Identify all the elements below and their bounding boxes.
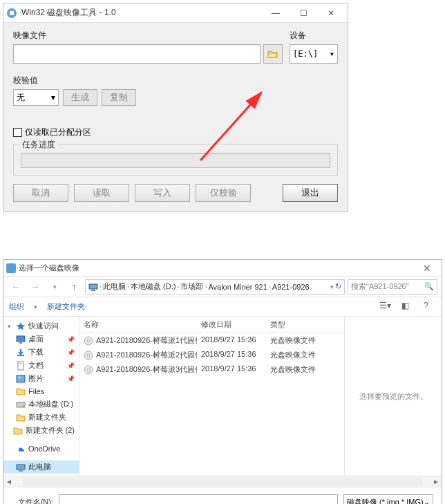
minimize-button[interactable]: — <box>262 5 290 21</box>
sidebar-item[interactable]: 桌面📌 <box>3 333 79 346</box>
breadcrumb-dropdown[interactable]: ▾ <box>330 283 334 290</box>
chevron-down-icon: ▾ <box>330 49 334 59</box>
sidebar: ▾快速访问 桌面📌 下载📌 文档📌 图片📌 Files 本地磁盘 (D:) 新建… <box>3 317 79 476</box>
breadcrumb-item[interactable]: 市场部 <box>180 281 203 292</box>
write-button[interactable]: 写入 <box>135 184 190 202</box>
breadcrumb-item[interactable]: Avalon Miner 921 <box>208 283 267 291</box>
filter-value: 磁盘映像 (*.img *.IMG) <box>347 497 424 505</box>
sidebar-item-label: Files <box>28 387 44 395</box>
sidebar-item-label: 文档 <box>28 360 44 371</box>
sidebar-item-label: U 盘 (E:) <box>28 475 58 476</box>
generate-button[interactable]: 生成 <box>63 89 97 106</box>
column-name[interactable]: 名称 <box>79 317 197 333</box>
column-date[interactable]: 修改日期 <box>197 317 266 333</box>
close-button[interactable]: ✕ <box>317 5 345 21</box>
chevron-down-icon: ⌄ <box>424 498 430 505</box>
disk-imager-window: ⇔ Win32 磁盘映像工具 - 1.0 — ☐ ✕ 映像文件 设备 <box>3 3 348 212</box>
read-only-allocated-checkbox[interactable] <box>13 128 22 137</box>
refresh-icon[interactable]: ↻ <box>335 282 341 291</box>
sidebar-item[interactable]: OneDrive <box>3 442 79 455</box>
search-placeholder: 搜索"A921-0926" <box>351 281 409 292</box>
sidebar-item-label: OneDrive <box>28 445 60 453</box>
file-date: 2018/9/27 15:36 <box>197 333 266 348</box>
dialog-titlebar: 选择一个磁盘映像 ✕ <box>3 260 442 277</box>
nav-up-button[interactable]: ↑ <box>66 279 82 295</box>
read-button[interactable]: 读取 <box>74 184 129 202</box>
device-label: 设备 <box>290 30 338 41</box>
search-input[interactable]: 搜索"A921-0926" 🔍 <box>348 279 437 295</box>
verify-button[interactable]: 仅校验 <box>196 184 251 202</box>
breadcrumb[interactable]: › 此电脑› 本地磁盘 (D:)› 市场部› Avalon Miner 921›… <box>85 279 345 295</box>
pc-icon <box>88 282 98 292</box>
horizontal-scrollbar[interactable]: ◄► <box>3 476 442 487</box>
sidebar-item[interactable]: 此电脑 <box>3 460 79 474</box>
view-options-button[interactable]: ☰▾ <box>379 301 392 313</box>
help-button[interactable]: ? <box>424 301 436 313</box>
nav-recent-button[interactable]: ▾ <box>46 279 63 295</box>
search-icon: 🔍 <box>424 282 434 291</box>
new-folder-button[interactable]: 新建文件夹 <box>47 301 85 312</box>
sidebar-item-label: 快速访问 <box>28 321 59 331</box>
svg-point-24 <box>87 368 90 371</box>
copy-button[interactable]: 复制 <box>102 89 136 106</box>
filename-input[interactable] <box>59 494 338 504</box>
nav-forward-button[interactable]: → <box>27 279 44 295</box>
disc-image-icon <box>84 365 93 375</box>
sidebar-item[interactable]: ▾快速访问 <box>3 319 79 333</box>
chevron-down-icon: ▾ <box>51 93 55 102</box>
svg-rect-3 <box>89 284 97 289</box>
sidebar-item[interactable]: 新建文件夹 (2) <box>3 424 79 437</box>
device-combo[interactable]: [E:\] ▾ <box>290 44 338 64</box>
maximize-button[interactable]: ☐ <box>290 5 317 21</box>
file-filter-combo[interactable]: 磁盘映像 (*.img *.IMG) ⌄ <box>343 494 433 504</box>
disc-image-icon <box>84 351 93 360</box>
svg-rect-14 <box>19 470 23 472</box>
column-type[interactable]: 类型 <box>266 317 321 333</box>
app-icon <box>6 8 17 19</box>
file-type: 光盘映像文件 <box>266 362 321 377</box>
sidebar-item[interactable]: 下载📌 <box>3 346 79 359</box>
breadcrumb-item[interactable]: 此电脑 <box>103 281 126 292</box>
progress-bar <box>21 153 330 168</box>
device-value: [E:\] <box>293 49 318 59</box>
sidebar-item[interactable]: 本地磁盘 (D:) <box>3 398 79 411</box>
file-date: 2018/9/27 15:36 <box>197 362 266 377</box>
sidebar-item[interactable]: Files <box>3 385 79 398</box>
exit-button[interactable]: 退出 <box>283 184 338 202</box>
sidebar-item[interactable]: 新建文件夹 <box>3 411 79 424</box>
disc-image-icon <box>84 336 93 346</box>
preview-pane: 选择要预览的文件。 <box>345 317 442 476</box>
file-type: 光盘映像文件 <box>266 348 321 362</box>
browse-button[interactable] <box>263 44 283 64</box>
file-name: A921-20180926-树莓派1代固件 <box>96 336 197 344</box>
sidebar-item[interactable]: 图片📌 <box>3 372 79 385</box>
breadcrumb-item[interactable]: A921-0926 <box>272 283 310 291</box>
svg-rect-13 <box>17 465 25 469</box>
file-row[interactable]: A921-20180926-树莓派2代固件2018/9/27 15:36光盘映像… <box>79 348 344 362</box>
svg-point-20 <box>87 339 90 342</box>
preview-pane-button[interactable]: ◧ <box>401 301 414 313</box>
cancel-button[interactable]: 取消 <box>13 184 68 202</box>
svg-rect-4 <box>91 290 95 291</box>
window-title: Win32 磁盘映像工具 - 1.0 <box>21 7 262 19</box>
svg-rect-5 <box>17 336 25 342</box>
preview-placeholder: 选择要预览的文件。 <box>359 391 428 402</box>
organize-menu[interactable]: 组织 <box>9 301 24 312</box>
hash-combo[interactable]: 无 ▾ <box>13 89 59 106</box>
dialog-close-button[interactable]: ✕ <box>417 263 437 274</box>
svg-rect-7 <box>18 362 23 370</box>
filename-label: 文件名(N): <box>12 497 53 505</box>
file-row[interactable]: A921-20180926-树莓派3代固件2018/9/27 15:36光盘映像… <box>79 362 344 377</box>
read-only-allocated-label: 仅读取已分配分区 <box>25 127 91 138</box>
nav-back-button[interactable]: ← <box>8 279 24 295</box>
dialog-title: 选择一个磁盘映像 <box>19 263 417 273</box>
svg-rect-6 <box>19 342 22 344</box>
sidebar-item[interactable]: U 盘 (E:) <box>3 474 79 476</box>
file-row[interactable]: A921-20180926-树莓派1代固件2018/9/27 15:36光盘映像… <box>79 333 344 348</box>
sidebar-item[interactable]: 文档📌 <box>3 359 79 372</box>
progress-group: 任务进度 <box>13 144 338 176</box>
breadcrumb-item[interactable]: 本地磁盘 (D:) <box>131 281 176 292</box>
svg-point-22 <box>87 354 90 357</box>
image-file-input[interactable] <box>13 44 261 64</box>
file-type: 光盘映像文件 <box>266 333 321 348</box>
